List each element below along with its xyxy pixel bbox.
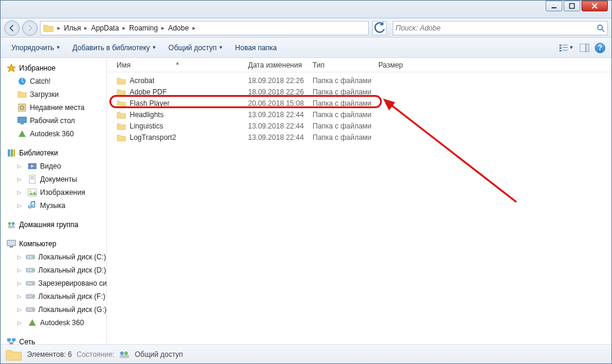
table-row[interactable]: Adobe PDF18.09.2018 22:26Папка с файлами [107,86,611,97]
nav-item[interactable]: ▷Autodesk 360 [1,316,106,329]
nav-item[interactable]: Catch! [1,75,106,88]
svg-rect-7 [562,44,568,45]
breadcrumb[interactable]: ▸ Илья▸ AppData▸ Roaming▸ Adobe▸ [40,21,369,35]
preview-pane-button[interactable] [577,41,592,54]
maximize-button[interactable] [564,1,580,11]
video-icon [27,161,37,171]
table-row[interactable]: Flash Player20.06.2018 15:08Папка с файл… [107,97,611,109]
col-type[interactable]: Тип [308,61,374,69]
nav-item[interactable]: ▷Изображения [1,186,106,199]
svg-rect-8 [559,47,562,49]
svg-rect-30 [8,225,15,228]
search-box[interactable] [393,21,608,35]
folder-icon [5,347,22,362]
file-type: Папка с файлами [308,88,374,96]
nav-computer[interactable]: Компьютер [1,237,106,250]
svg-point-4 [598,25,602,30]
folder-icon [117,99,126,108]
nav-favorites[interactable]: Избранное [1,62,106,75]
nav-item[interactable]: Недавние места [1,101,106,114]
view-mode-button[interactable]: ▼ [559,41,574,54]
toolbar: Упорядочить▼ Добавить в библиотеку▼ Общи… [1,38,611,58]
nav-item[interactable]: ▷Локальный диск (C:) [1,250,106,264]
nav-item[interactable]: ▷Локальный диск (G:) [1,303,106,316]
file-date: 13.09.2018 22:44 [243,122,308,130]
star-icon [7,63,16,73]
nav-item[interactable]: Загрузки [1,88,106,101]
forward-button[interactable] [22,20,38,36]
table-row[interactable]: Headlights13.09.2018 22:44Папка с файлам… [107,109,611,120]
new-folder-button[interactable]: Новая папка [230,41,281,54]
svg-point-40 [32,296,33,297]
nav-network[interactable]: Сеть [1,335,106,344]
nav-item[interactable]: ▷Локальный диск (F:) [1,290,106,303]
svg-rect-50 [120,355,129,358]
nav-item[interactable]: ▷Документы [1,173,106,186]
col-date[interactable]: Дата изменения [243,61,308,69]
svg-line-5 [602,29,604,32]
organize-button[interactable]: Упорядочить▼ [7,41,65,54]
table-row[interactable]: LogTransport213.09.2018 22:44Папка с фай… [107,131,611,143]
folder-icon [117,122,126,130]
svg-rect-15 [19,104,26,111]
navigation-pane: Избранное Catch! Загрузки Недавние места… [1,58,107,344]
col-name[interactable]: Имя▲ [112,61,243,69]
svg-point-36 [32,270,33,271]
explorer-window: ▸ Илья▸ AppData▸ Roaming▸ Adobe▸ Упорядо… [0,0,612,364]
svg-rect-9 [562,47,568,48]
svg-point-28 [8,222,11,225]
file-name: Adobe PDF [130,88,167,96]
add-to-library-button[interactable]: Добавить в библиотеку▼ [68,41,161,54]
documents-icon [27,175,37,184]
table-row[interactable]: Acrobat18.09.2018 22:26Папка с файлами [107,75,611,86]
file-type: Папка с файлами [308,77,374,85]
folder-icon [117,77,126,85]
navbar: ▸ Илья▸ AppData▸ Roaming▸ Adobe▸ [1,19,611,38]
nav-item[interactable]: Рабочий стол [1,114,106,127]
status-state-label: Состояние: [76,350,114,359]
folder-icon [117,111,126,119]
refresh-button[interactable] [372,21,387,35]
status-bar: Элементов: 6 Состояние: Общий доступ [1,345,611,363]
close-button[interactable] [582,1,608,11]
svg-rect-17 [18,117,26,123]
drive-icon [26,292,35,301]
nav-item[interactable]: ▷Видео [1,160,106,173]
svg-rect-21 [14,149,15,157]
back-button[interactable] [4,20,20,36]
col-size[interactable]: Размер [374,61,421,69]
svg-rect-20 [11,149,13,157]
nav-item[interactable]: ▷Зарезервировано системой [1,277,106,290]
file-type: Папка с файлами [308,122,374,130]
nav-libraries[interactable]: Библиотеки [1,146,106,160]
svg-rect-18 [20,123,24,124]
file-name: Linguistics [130,122,163,130]
minimize-button[interactable] [546,1,562,11]
images-icon [27,188,37,197]
folder-icon [117,133,126,142]
table-row[interactable]: Linguistics13.09.2018 22:44Папка с файла… [107,120,611,131]
breadcrumb-item[interactable]: Adobe [166,24,191,32]
share-button[interactable]: Общий доступ▼ [164,41,228,54]
search-input[interactable] [396,24,594,32]
file-type: Папка с файлами [308,99,374,108]
breadcrumb-item[interactable]: Илья [62,24,83,32]
titlebar [1,1,611,19]
file-date: 13.09.2018 22:44 [243,111,308,119]
help-button[interactable]: ? [595,42,605,53]
autodesk-icon [27,318,37,328]
nav-item[interactable]: ▷Музыка [1,199,106,212]
nav-item[interactable]: ▷Локальный диск (D:) [1,264,106,277]
breadcrumb-item[interactable]: AppData [88,24,121,32]
nav-homegroup[interactable]: Домашняя группа [1,218,106,231]
svg-rect-6 [559,44,562,46]
file-name: Headlights [130,111,164,119]
nav-item[interactable]: Autodesk 360 [1,127,106,140]
computer-icon [7,239,16,249]
breadcrumb-item[interactable]: Roaming [127,24,160,32]
svg-rect-44 [12,338,16,341]
svg-rect-23 [29,175,35,183]
svg-rect-19 [8,149,10,157]
file-name: LogTransport2 [130,133,176,142]
desktop-icon [17,116,27,126]
